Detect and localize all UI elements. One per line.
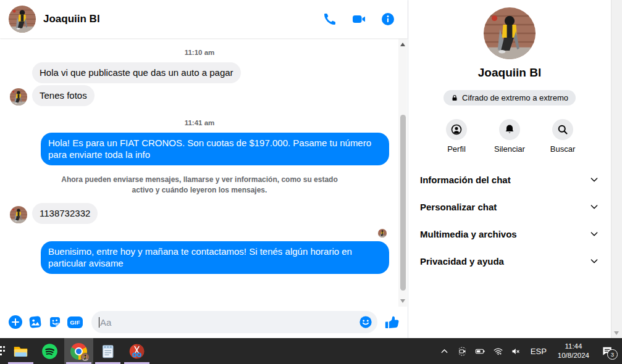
input-placeholder: Aa [100, 317, 111, 328]
tray-chevron-up-icon[interactable] [435, 338, 453, 364]
chevron-down-icon [589, 229, 599, 239]
outgoing-message[interactable]: Buenisimo, entre hoy y mañana te contact… [41, 241, 389, 274]
spotify-icon [41, 343, 58, 360]
timestamp: 11:10 am [10, 49, 389, 56]
action-label: Silenciar [494, 144, 525, 154]
language-indicator[interactable]: ESP [525, 347, 552, 356]
action-label: Perfil [447, 144, 466, 154]
person-circle-icon [450, 123, 463, 136]
seen-avatar [378, 229, 387, 238]
search-icon [557, 123, 569, 136]
system-tray: ESP 11:44 10/8/2024 3 [435, 338, 622, 364]
sender-avatar [10, 206, 27, 223]
clock[interactable]: 11:44 10/8/2024 [552, 342, 595, 360]
screen: Joaquiin Bl 11:10 am Hola vi que publica… [0, 0, 622, 364]
tray-time: 11:44 [558, 342, 589, 351]
chevron-down-icon [589, 175, 599, 184]
incoming-message[interactable]: Hola vi que publicaste que das un auto a… [32, 62, 241, 83]
lock-icon [451, 94, 458, 102]
section-customize-chat[interactable]: Personalizar chat [408, 193, 611, 220]
taskbar-spotify[interactable] [35, 338, 64, 364]
chat-scrollbar-thumb[interactable] [400, 115, 406, 291]
outgoing-message[interactable]: Hola! Es para un FIAT CRONOS. Son cuotas… [41, 133, 389, 165]
plus-icon[interactable] [8, 315, 23, 329]
windows-taskbar: ESP 11:44 10/8/2024 3 [0, 338, 622, 364]
video-call-icon[interactable] [351, 12, 366, 27]
contact-name: Joaquiin Bl [43, 13, 100, 25]
taskbar-notepad[interactable] [93, 338, 122, 364]
sender-avatar [10, 88, 27, 105]
composer: GIF Aa [0, 307, 408, 338]
taskbar-snipping-tool[interactable] [122, 338, 151, 364]
meet-now-icon[interactable] [453, 338, 471, 364]
message-row: 1138732332 [10, 203, 389, 224]
chrome-profile-avatar [81, 353, 90, 362]
scroll-up-arrow[interactable] [398, 40, 407, 49]
encryption-badge[interactable]: Cifrado de extremo a extremo [443, 90, 576, 105]
messenger-page: Joaquiin Bl 11:10 am Hola vi que publica… [0, 0, 622, 338]
partial-app-icon[interactable] [0, 338, 6, 364]
profile-name: Joaquiin Bl [478, 66, 541, 80]
incoming-message[interactable]: Tenes fotos [32, 85, 95, 106]
contact-avatar [9, 6, 36, 33]
profile-button[interactable]: Perfil [437, 119, 476, 154]
battery-icon[interactable] [471, 338, 489, 364]
message-row: Hola vi que publicaste que das un auto a… [10, 62, 389, 83]
wifi-icon[interactable] [489, 338, 507, 364]
sidebar-sections: Información del chat Personalizar chat M… [408, 166, 611, 275]
info-icon[interactable] [380, 12, 395, 27]
chat-scrollbar[interactable] [398, 39, 407, 307]
file-explorer-icon [12, 343, 29, 360]
taskbar-apps [6, 338, 151, 364]
conversation-sidebar: Joaquiin Bl Cifrado de extremo a extremo… [408, 0, 611, 338]
chat-panel: Joaquiin Bl 11:10 am Hola vi que publica… [0, 0, 408, 338]
scroll-down-arrow[interactable] [398, 297, 407, 305]
action-label: Buscar [550, 144, 575, 154]
message-row: Hola! Es para un FIAT CRONOS. Son cuotas… [10, 133, 389, 165]
mute-button[interactable]: Silenciar [490, 119, 529, 154]
section-media-files[interactable]: Multimedia y archivos [408, 220, 611, 247]
text-caret [99, 317, 99, 328]
chat-header: Joaquiin Bl [0, 0, 408, 38]
chevron-down-icon [589, 256, 599, 266]
snipping-tool-icon [128, 343, 145, 360]
call-actions [322, 12, 395, 27]
tray-date: 10/8/2024 [558, 351, 589, 360]
message-row: Buenisimo, entre hoy y mañana te contact… [10, 241, 389, 274]
notification-count-badge: 3 [607, 349, 618, 360]
section-chat-info[interactable]: Información del chat [408, 166, 611, 193]
message-input[interactable]: Aa [91, 311, 377, 333]
sticker-icon[interactable] [48, 315, 62, 329]
page-scrollbar[interactable] [611, 0, 622, 338]
quick-actions: Perfil Silenciar Buscar [437, 119, 582, 154]
system-note: Ahora pueden enviarse mensajes, llamarse… [54, 175, 345, 196]
phone-icon[interactable] [322, 12, 337, 27]
taskbar-chrome[interactable] [64, 338, 93, 364]
profile-avatar [484, 7, 536, 59]
page-scroll-down-arrow[interactable] [614, 331, 619, 335]
chevron-down-icon [589, 202, 599, 212]
timestamp: 11:41 am [10, 119, 389, 126]
image-icon[interactable] [28, 315, 43, 329]
emoji-icon[interactable] [359, 315, 372, 329]
message-row: Tenes fotos [10, 85, 389, 106]
bell-icon [503, 123, 516, 136]
seen-indicator-row [10, 229, 387, 238]
gif-icon[interactable]: GIF [67, 316, 83, 328]
action-center-button[interactable]: 3 [595, 338, 620, 364]
volume-muted-icon[interactable] [507, 338, 525, 364]
search-button[interactable]: Buscar [544, 119, 582, 154]
section-privacy-help[interactable]: Privacidad y ayuda [408, 247, 611, 275]
encryption-label: Cifrado de extremo a extremo [462, 93, 568, 102]
incoming-message[interactable]: 1138732332 [32, 203, 98, 224]
thumbs-up-icon[interactable] [384, 314, 400, 331]
notepad-icon [99, 343, 116, 360]
taskbar-file-explorer[interactable] [6, 338, 35, 364]
message-list: 11:10 am Hola vi que publicaste que das … [0, 38, 408, 307]
